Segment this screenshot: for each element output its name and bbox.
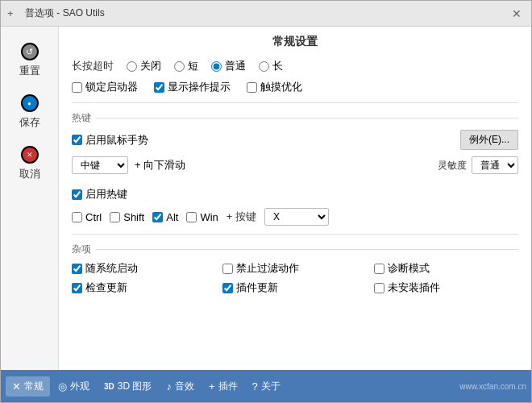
- enable-mouse-gesture-item[interactable]: 启用鼠标手势: [72, 133, 148, 147]
- window-icon: +: [7, 7, 20, 20]
- divider-2: [72, 234, 518, 235]
- disable-filter-item[interactable]: 禁止过滤动作: [222, 261, 367, 276]
- sidebar-item-reset[interactable]: 重置: [2, 39, 57, 81]
- lock-launcher-checkbox[interactable]: [72, 82, 82, 93]
- shift-item[interactable]: Shift: [110, 211, 144, 223]
- alt-checkbox[interactable]: [152, 212, 163, 222]
- plugin-update-label: 插件更新: [236, 280, 278, 295]
- timeout-long-radio[interactable]: [259, 61, 269, 72]
- timeout-off-label: 关闭: [140, 59, 161, 73]
- sidebar-reset-label: 重置: [19, 64, 40, 78]
- sidebar-save-label: 保存: [19, 115, 40, 130]
- save-icon: [21, 94, 39, 112]
- about-icon: ?: [252, 380, 258, 393]
- hotkeys-section-header: 热键: [72, 111, 518, 125]
- divider-1: [72, 102, 518, 103]
- enable-hotkeys-checkbox[interactable]: [72, 189, 82, 200]
- tab-bar: ✕ 常规 ◎ 外观 3D 3D 图形 ♪ 音效 + 插件 ? 关于: [1, 370, 531, 402]
- shift-checkbox[interactable]: [110, 212, 120, 222]
- checkbox-row-1: 锁定启动器 显示操作提示 触摸优化: [72, 80, 518, 94]
- ctrl-item[interactable]: Ctrl: [72, 211, 102, 223]
- enable-mouse-gesture-checkbox[interactable]: [72, 135, 82, 145]
- modifier-keys-row: Ctrl Shift Alt Win + 按键: [72, 208, 518, 226]
- enable-hotkeys-item[interactable]: 启用热键: [72, 187, 127, 202]
- shift-label: Shift: [123, 211, 144, 223]
- timeout-long-label: 长: [272, 59, 283, 73]
- lock-launcher-item[interactable]: 锁定启动器: [72, 80, 138, 94]
- timeout-normal-radio[interactable]: [211, 61, 222, 72]
- auto-start-item[interactable]: 随系统启动: [72, 261, 216, 276]
- alt-label: Alt: [166, 211, 178, 223]
- auto-start-checkbox[interactable]: [72, 264, 82, 274]
- tab-about-label: 关于: [261, 380, 281, 393]
- hotkeys-label: 热键: [72, 111, 91, 125]
- sensitivity-row: 灵敏度 低 普通 高: [438, 156, 518, 174]
- win-item[interactable]: Win: [186, 211, 218, 223]
- tab-general-label: 常规: [24, 380, 44, 393]
- appearance-icon: ◎: [58, 380, 67, 393]
- key-select[interactable]: X A B C: [264, 208, 329, 226]
- disable-filter-checkbox[interactable]: [222, 264, 233, 274]
- window-title: 普选项 - SAO Utils: [25, 6, 509, 20]
- sidebar-cancel-label: 取消: [19, 167, 40, 181]
- ctrl-checkbox[interactable]: [72, 212, 82, 222]
- sidebar-item-cancel[interactable]: 取消: [2, 143, 57, 185]
- exception-button[interactable]: 例外(E)...: [460, 130, 518, 150]
- check-update-item[interactable]: 检查更新: [72, 280, 216, 295]
- show-tips-checkbox[interactable]: [154, 82, 164, 93]
- tab-about[interactable]: ? 关于: [246, 376, 287, 397]
- sidebar-item-save[interactable]: 保存: [2, 91, 57, 133]
- show-tips-item[interactable]: 显示操作提示: [154, 80, 231, 94]
- tab-plugins[interactable]: + 插件: [202, 376, 244, 397]
- sensitivity-label: 灵敏度: [438, 159, 467, 172]
- timeout-long[interactable]: 长: [259, 59, 283, 73]
- reset-icon: [21, 43, 39, 60]
- close-button[interactable]: ✕: [509, 6, 525, 22]
- tab-3d[interactable]: 3D 3D 图形: [98, 376, 158, 397]
- 3d-icon: 3D: [104, 382, 114, 391]
- plugin-update-checkbox[interactable]: [222, 283, 233, 293]
- tab-general[interactable]: ✕ 常规: [6, 376, 50, 397]
- scroll-text: + 向下滑动: [135, 158, 185, 172]
- enable-hotkeys-row: 启用热键: [72, 187, 518, 202]
- sensitivity-select[interactable]: 低 普通 高: [472, 156, 518, 174]
- enable-mouse-gesture-label: 启用鼠标手势: [85, 133, 148, 147]
- uninstalled-plugins-checkbox[interactable]: [374, 283, 384, 293]
- auto-start-label: 随系统启动: [85, 261, 138, 276]
- lock-launcher-label: 锁定启动器: [85, 80, 138, 94]
- plugins-icon: +: [209, 380, 215, 393]
- timeout-off[interactable]: 关闭: [127, 59, 161, 73]
- uninstalled-plugins-item[interactable]: 未安装插件: [374, 280, 518, 295]
- misc-label: 杂项: [72, 243, 91, 256]
- tab-plugins-label: 插件: [218, 380, 238, 393]
- timeout-normal[interactable]: 普通: [211, 59, 246, 73]
- timeout-short-label: 短: [188, 59, 198, 73]
- title-bar: + 普选项 - SAO Utils ✕: [1, 1, 531, 27]
- timeout-off-radio[interactable]: [127, 61, 137, 72]
- check-update-checkbox[interactable]: [72, 283, 82, 293]
- main-title: 常规设置: [72, 35, 518, 49]
- tab-3d-label: 3D 图形: [118, 380, 152, 393]
- timeout-label: 长按超时: [72, 59, 120, 73]
- touch-optimize-item[interactable]: 触摸优化: [247, 80, 302, 94]
- mouse-gesture-row: 启用鼠标手势 例外(E)...: [72, 130, 518, 150]
- main-area: 重置 保存 取消 常规设置 长按超时: [1, 27, 531, 370]
- timeout-short-radio[interactable]: [174, 61, 185, 72]
- diag-mode-item[interactable]: 诊断模式: [374, 261, 518, 276]
- sidebar: 重置 保存 取消: [1, 27, 59, 370]
- win-label: Win: [200, 211, 218, 223]
- win-checkbox[interactable]: [186, 212, 197, 222]
- timeout-normal-label: 普通: [225, 59, 246, 73]
- misc-grid: 随系统启动 禁止过滤动作 诊断模式 检查更新: [72, 261, 518, 295]
- uninstalled-plugins-label: 未安装插件: [388, 280, 440, 295]
- diag-mode-checkbox[interactable]: [374, 264, 384, 274]
- plugin-update-item[interactable]: 插件更新: [222, 280, 367, 295]
- alt-item[interactable]: Alt: [152, 211, 178, 223]
- middle-key-select[interactable]: 中键 右键 左键: [72, 156, 128, 174]
- timeout-short[interactable]: 短: [174, 59, 198, 73]
- touch-optimize-checkbox[interactable]: [247, 82, 257, 93]
- content-area: 常规设置 长按超时 关闭 短: [59, 27, 531, 370]
- tab-appearance[interactable]: ◎ 外观: [52, 376, 96, 397]
- tab-audio[interactable]: ♪ 音效: [160, 376, 201, 397]
- middle-key-row: 中键 右键 左键 + 向下滑动: [72, 156, 185, 174]
